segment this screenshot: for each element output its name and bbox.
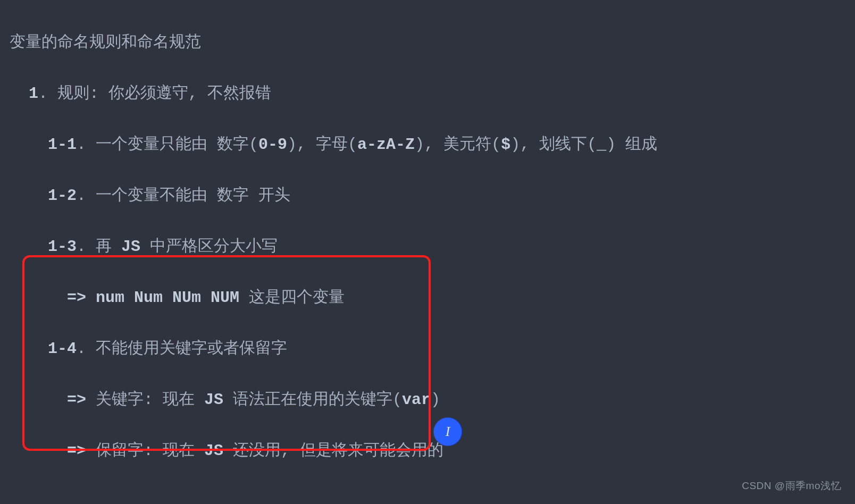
number: 1-4 <box>48 340 77 358</box>
text-line: 1-1. 一个变量只能由 数字(0-9), 字母(a-zA-Z), 美元符($)… <box>10 132 855 157</box>
text-line: 1-2. 一个变量不能由 数字 开头 <box>10 183 855 208</box>
cursor-glyph: I <box>446 419 450 444</box>
text-line: => num Num NUm NUM 这是四个变量 <box>10 285 855 310</box>
number: 1-2 <box>48 187 77 205</box>
code-editor-content: 变量的命名规则和命名规范 1. 规则: 你必须遵守, 不然报错 1-1. 一个变… <box>0 0 855 504</box>
text-line: 1-4. 不能使用关键字或者保留字 <box>10 336 855 362</box>
text-line: 1-3. 再 JS 中严格区分大小写 <box>10 234 855 259</box>
text-cursor-indicator: I <box>433 417 462 446</box>
text-line: => 关键字: 现在 JS 语法正在使用的关键字(var) <box>10 387 855 413</box>
text: 变量的命名规则和命名规范 <box>10 33 201 52</box>
text-line: 变量的命名规则和命名规范 <box>10 30 855 55</box>
watermark-text: CSDN @雨季mo浅忆 <box>742 473 841 499</box>
text-line: => 保留字: 现在 JS 还没用, 但是将来可能会用的 <box>10 438 855 464</box>
number: 1-1 <box>48 136 77 154</box>
number: 1-3 <box>48 238 77 256</box>
text-line: 1. 规则: 你必须遵守, 不然报错 <box>10 81 855 106</box>
number: 1 <box>29 85 38 103</box>
